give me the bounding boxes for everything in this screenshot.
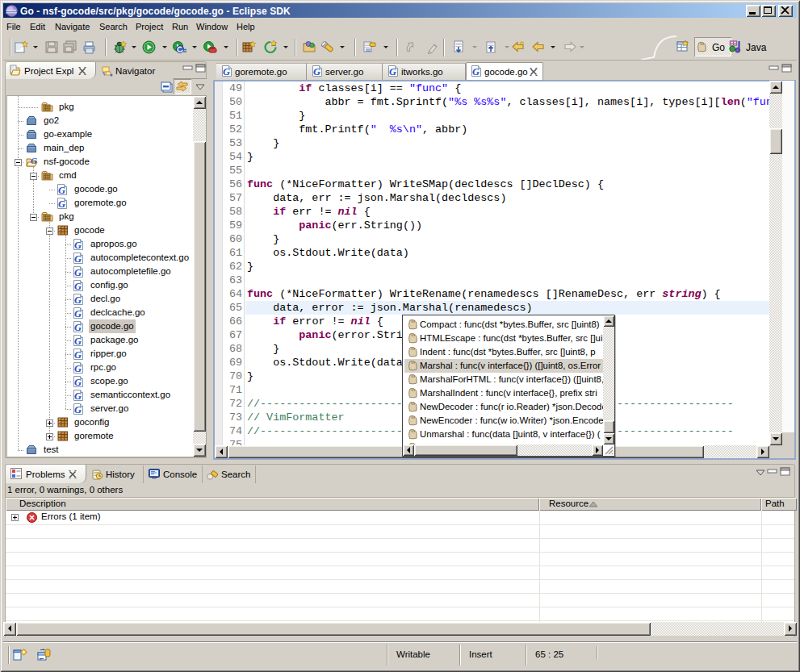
- svg-text:G: G: [223, 66, 230, 77]
- svg-text:G: G: [74, 349, 82, 361]
- svg-text:G: G: [74, 336, 82, 347]
- svg-text:G: G: [74, 363, 82, 374]
- svg-text:G: G: [74, 267, 82, 278]
- svg-text:G: G: [74, 377, 82, 388]
- svg-text:G: G: [74, 294, 82, 306]
- svg-text:G: G: [74, 240, 82, 251]
- svg-text:G: G: [74, 322, 82, 333]
- svg-text:G: G: [74, 308, 82, 319]
- svg-text:G: G: [472, 66, 480, 77]
- svg-text:G: G: [31, 157, 37, 165]
- svg-text:G: G: [74, 281, 82, 292]
- svg-text:G: G: [389, 66, 396, 77]
- svg-text:G: G: [58, 185, 65, 196]
- svg-text:G: G: [313, 66, 320, 77]
- svg-text:G: G: [74, 390, 82, 402]
- svg-text:G: G: [58, 198, 65, 210]
- svg-text:G: G: [74, 404, 82, 415]
- svg-text:G: G: [74, 253, 82, 265]
